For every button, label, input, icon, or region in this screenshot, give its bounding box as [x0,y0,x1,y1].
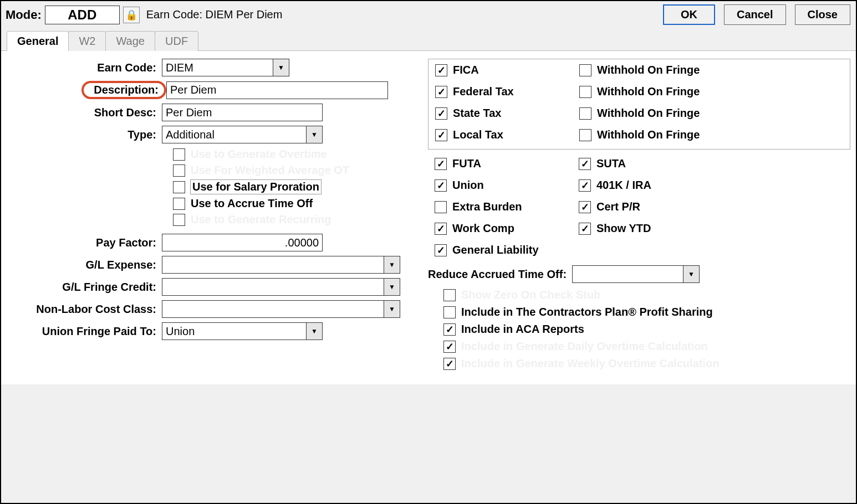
extra-burden-checkbox[interactable] [435,201,447,213]
profit-sharing-label: Include in The Contractors Plan® Profit … [461,306,713,318]
local-checkbox[interactable] [435,129,447,141]
401k-checkbox[interactable] [579,179,591,192]
withhold-local-checkbox[interactable] [579,129,591,141]
withhold-state-checkbox[interactable] [579,107,591,120]
cancel-button[interactable]: Cancel [724,4,786,25]
weekly-ot-label: Include in Generate Weekly Overtime Calc… [461,357,719,370]
withhold-local-label: Withhold On Fringe [597,128,700,141]
use-recurring-checkbox[interactable] [173,214,185,226]
show-ytd-label: Show YTD [596,222,651,235]
gl-expense-label: G/L Expense: [7,259,162,271]
lock-icon[interactable]: 🔒 [123,7,140,23]
short-desc-label: Short Desc: [7,106,162,119]
close-button[interactable]: Close [795,4,850,25]
extra-burden-label: Extra Burden [452,200,522,213]
description-label: Description: [94,84,159,96]
gl-expense-input[interactable] [162,256,384,274]
profit-sharing-checkbox[interactable] [443,306,456,318]
chevron-down-icon[interactable]: ▼ [384,278,400,296]
union-fringe-label: Union Fringe Paid To: [7,325,162,338]
local-label: Local Tax [453,128,503,141]
work-comp-checkbox[interactable] [435,223,447,235]
pay-factor-input[interactable] [162,234,323,251]
federal-checkbox[interactable] [435,86,447,98]
show-zero-label: Show Zero On Check Stub [461,289,600,301]
use-accrue-label: Use to Accrue Time Off [191,197,313,210]
chevron-down-icon[interactable]: ▼ [306,322,323,340]
withhold-federal-label: Withhold On Fringe [597,85,700,98]
type-input[interactable] [162,126,306,143]
description-input[interactable] [166,81,388,99]
use-weighted-label: Use For Weighted Average OT [191,164,349,177]
gl-fringe-input[interactable] [162,278,384,296]
use-accrue-checkbox[interactable] [173,198,185,210]
mode-label: Mode: [6,8,42,22]
type-combo[interactable]: ▼ [162,126,323,143]
chevron-down-icon[interactable]: ▼ [683,265,700,283]
union-fringe-input[interactable] [162,322,306,340]
401k-label: 401K / IRA [596,179,651,192]
tab-general[interactable]: General [7,31,69,51]
chevron-down-icon[interactable]: ▼ [306,126,323,143]
mode-value: ADD [45,6,120,24]
daily-ot-checkbox[interactable] [443,341,456,353]
non-labor-combo[interactable]: ▼ [162,300,400,318]
futa-label: FUTA [452,157,481,170]
chevron-down-icon[interactable]: ▼ [273,59,289,76]
non-labor-label: Non-Labor Cost Class: [7,303,162,316]
earn-code-combo[interactable]: ▼ [162,59,289,76]
gen-liab-checkbox[interactable] [435,244,447,256]
withhold-state-label: Withhold On Fringe [597,107,700,120]
daily-ot-label: Include in Generate Daily Overtime Calcu… [461,340,708,353]
union-fringe-combo[interactable]: ▼ [162,322,323,340]
earn-code-label: Earn Code: [7,61,162,74]
gen-liab-label: General Liability [452,244,539,256]
union-checkbox[interactable] [435,179,447,192]
aca-label: Include in ACA Reports [461,323,584,336]
pay-factor-label: Pay Factor: [7,236,162,249]
show-ytd-checkbox[interactable] [579,223,591,235]
tab-udf[interactable]: UDF [155,31,198,51]
non-labor-input[interactable] [162,300,384,318]
fica-checkbox[interactable] [435,64,447,76]
reduce-accrued-input[interactable] [572,265,683,283]
federal-label: Federal Tax [453,85,514,98]
chevron-down-icon[interactable]: ▼ [384,300,400,318]
earn-code-header: Earn Code: DIEM Per Diem [146,8,283,21]
use-recurring-label: Use to Generate Recurring [191,213,331,226]
withhold-federal-checkbox[interactable] [579,86,591,98]
reduce-accrued-combo[interactable]: ▼ [572,265,700,283]
cert-pr-checkbox[interactable] [579,201,591,213]
fica-label: FICA [453,64,479,76]
ok-button[interactable]: OK [663,4,715,25]
use-weighted-checkbox[interactable] [173,164,185,177]
chevron-down-icon[interactable]: ▼ [384,256,400,274]
gl-fringe-combo[interactable]: ▼ [162,278,400,296]
tab-w2[interactable]: W2 [68,31,106,51]
aca-checkbox[interactable] [443,323,456,336]
show-zero-checkbox[interactable] [443,289,456,301]
gl-fringe-label: G/L Fringe Credit: [7,281,162,294]
use-overtime-checkbox[interactable] [173,148,185,161]
use-salary-label: Use for Salary Proration [191,180,321,194]
use-overtime-label: Use to Generate Overtime [191,148,327,161]
type-label: Type: [7,128,162,141]
use-salary-checkbox[interactable] [173,181,185,193]
suta-label: SUTA [596,157,626,170]
state-checkbox[interactable] [435,107,447,120]
gl-expense-combo[interactable]: ▼ [162,256,400,274]
reduce-accrued-label: Reduce Accrued Time Off: [428,268,567,281]
short-desc-input[interactable] [162,104,323,121]
withhold-fica-label: Withhold On Fringe [597,64,700,76]
cert-pr-label: Cert P/R [596,200,640,213]
state-label: State Tax [453,107,501,120]
earn-code-input[interactable] [162,59,273,76]
withhold-fica-checkbox[interactable] [579,64,591,76]
futa-checkbox[interactable] [435,158,447,170]
tab-wage[interactable]: Wage [105,31,155,51]
work-comp-label: Work Comp [452,222,514,235]
suta-checkbox[interactable] [579,158,591,170]
union-label: Union [452,179,484,192]
weekly-ot-checkbox[interactable] [443,358,456,370]
